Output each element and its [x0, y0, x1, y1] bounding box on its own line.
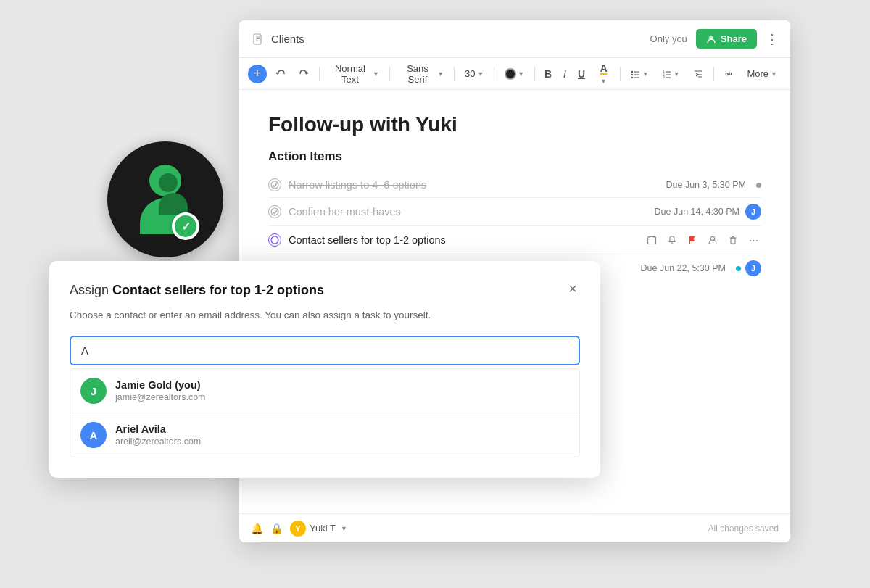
font-family-label: Sans Serif: [400, 63, 435, 85]
doc-header: Clients Only you Share ⋮: [239, 20, 790, 58]
doc-header-right: Only you Share ⋮: [650, 29, 779, 49]
calendar-tool-icon[interactable]: [644, 232, 660, 248]
highlight-button[interactable]: A ▼: [593, 59, 614, 88]
svg-rect-30: [731, 238, 735, 244]
font-family-select[interactable]: Sans Serif ▼: [396, 61, 448, 87]
all-changes-saved: All changes saved: [708, 523, 779, 534]
action-item-due: Due Jun 22, 5:30 PM: [641, 263, 726, 273]
footer-bell-icon[interactable]: 🔔: [251, 523, 263, 534]
toolbar: + Normal Text ▼ Sans Serif ▼ 30 ▼ ▼ B I: [239, 58, 790, 90]
underline-button[interactable]: U: [574, 65, 589, 83]
add-button[interactable]: +: [248, 65, 267, 83]
share-label: Share: [721, 33, 747, 44]
normal-text-select[interactable]: Normal Text ▼: [326, 61, 384, 87]
action-item: Narrow listings to 4–6 options Due Jun 3…: [268, 173, 761, 198]
footer-shield-icon[interactable]: 🔒: [270, 523, 283, 534]
contact-name-jamie: Jamie Gold (you): [115, 379, 206, 391]
undo-button[interactable]: [271, 66, 290, 82]
contact-name-ariel: Ariel Avila: [115, 423, 201, 435]
svg-point-21: [271, 208, 278, 215]
toolbar-separator-4: [494, 67, 494, 81]
avatar-person: ✓: [140, 165, 191, 234]
share-button[interactable]: Share: [696, 29, 757, 49]
action-item-tools: ⋯: [644, 232, 761, 248]
contact-item-ariel[interactable]: A Ariel Avila areil@zerealtors.com: [70, 413, 579, 457]
action-item-text: Narrow listings to 4–6 options: [289, 179, 666, 191]
contact-email-ariel: areil@zerealtors.com: [115, 436, 201, 447]
assign-modal: Assign Contact sellers for top 1-2 optio…: [49, 261, 600, 478]
numbered-caret: ▼: [674, 70, 680, 78]
action-item-dot-teal: [736, 266, 741, 271]
footer-username: Yuki T.: [310, 523, 337, 534]
italic-button[interactable]: I: [560, 65, 570, 83]
action-item-text: Contact sellers for top 1-2 options: [289, 234, 644, 246]
avatar-check-badge: ✓: [172, 212, 199, 240]
svg-point-22: [271, 236, 278, 244]
avatar-body-small: [159, 193, 188, 215]
toolbar-separator-3: [454, 67, 455, 81]
doc-footer: 🔔 🔒 Y Yuki T. ▼ All changes saved: [239, 513, 790, 542]
normal-text-label: Normal Text: [330, 63, 370, 85]
color-caret: ▼: [518, 70, 524, 78]
font-size-select[interactable]: 30 ▼: [460, 66, 488, 81]
svg-point-5: [631, 70, 633, 72]
toolbar-separator-5: [534, 67, 535, 81]
contact-list: J Jamie Gold (you) jamie@zerealtors.com …: [70, 368, 580, 457]
contact-item-jamie[interactable]: J Jamie Gold (you) jamie@zerealtors.com: [70, 369, 579, 413]
svg-rect-23: [648, 237, 656, 244]
redo-button[interactable]: [294, 66, 313, 82]
more-tool-icon[interactable]: ⋯: [745, 232, 761, 248]
toolbar-separator-7: [713, 67, 714, 81]
checkbox-done-icon[interactable]: [268, 178, 281, 191]
bell-tool-icon[interactable]: [664, 232, 680, 248]
only-you-text: Only you: [650, 33, 687, 44]
svg-point-20: [271, 181, 278, 189]
toolbar-separator-1: [319, 67, 320, 81]
checkbox-active-icon[interactable]: [268, 233, 281, 247]
avatar-head-small: [159, 173, 178, 192]
checkbox-done-icon[interactable]: [268, 205, 281, 218]
font-family-caret: ▼: [437, 70, 444, 78]
font-size-label: 30: [465, 68, 475, 79]
contact-info-jamie: Jamie Gold (you) jamie@zerealtors.com: [115, 379, 206, 402]
more-dots-icon[interactable]: ⋮: [766, 33, 779, 46]
doc-section-title: Action Items: [268, 149, 761, 164]
more-button[interactable]: More ▼: [742, 66, 782, 81]
numbered-list-button[interactable]: 123 ▼: [658, 66, 684, 82]
indent-button[interactable]: [689, 66, 708, 82]
modal-subtitle: Choose a contact or enter an email addre…: [70, 308, 580, 323]
modal-title-task: Contact sellers for top 1-2 options: [112, 283, 324, 297]
link-button[interactable]: [719, 66, 738, 82]
footer-user-selector[interactable]: Y Yuki T. ▼: [290, 521, 347, 537]
contact-info-ariel: Ariel Avila areil@zerealtors.com: [115, 423, 201, 447]
action-item-dot: [756, 183, 761, 188]
contact-email-jamie: jamie@zerealtors.com: [115, 392, 206, 402]
modal-title: Assign Contact sellers for top 1-2 optio…: [70, 281, 324, 299]
check-inner-icon: ✓: [175, 215, 196, 237]
bullet-list-button[interactable]: ▼: [626, 66, 653, 82]
bold-button[interactable]: B: [541, 65, 555, 83]
highlight-a-icon: A: [600, 62, 608, 74]
footer-user-avatar: Y: [290, 521, 306, 537]
modal-close-button[interactable]: ×: [566, 281, 580, 296]
contact-avatar-jamie: J: [80, 378, 107, 404]
color-dot: [505, 68, 516, 80]
more-caret: ▼: [771, 70, 777, 78]
toolbar-separator-2: [389, 67, 390, 81]
svg-text:3: 3: [663, 75, 665, 79]
assign-tool-icon[interactable]: [705, 232, 721, 248]
action-item-text: Confirm her must-haves: [289, 206, 655, 218]
action-item: Confirm her must-haves Due Jun 14, 4:30 …: [268, 198, 761, 226]
action-item: Contact sellers for top 1-2 options: [268, 226, 761, 254]
doc-title: Clients: [271, 33, 304, 45]
flag-tool-icon[interactable]: [684, 232, 700, 248]
doc-file-icon: [251, 32, 265, 46]
doc-header-left: Clients: [251, 32, 650, 46]
modal-header: Assign Contact sellers for top 1-2 optio…: [70, 281, 580, 299]
color-picker-button[interactable]: ▼: [500, 65, 529, 83]
delete-tool-icon[interactable]: [725, 232, 741, 248]
bullet-caret: ▼: [642, 70, 649, 78]
contact-search-input[interactable]: [70, 336, 580, 365]
contact-name-highlight: A: [115, 423, 123, 435]
avatar-person-small: [159, 173, 188, 215]
